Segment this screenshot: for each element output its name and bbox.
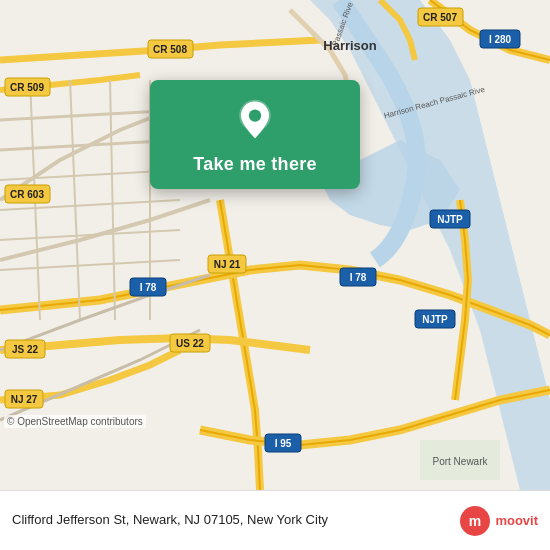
osm-credit: © OpenStreetMap contributors: [4, 415, 146, 428]
svg-point-47: [249, 109, 261, 121]
bottom-bar: Clifford Jefferson St, Newark, NJ 07105,…: [0, 490, 550, 550]
svg-text:CR 507: CR 507: [423, 12, 457, 23]
svg-text:CR 603: CR 603: [10, 189, 44, 200]
svg-text:I 78: I 78: [350, 272, 367, 283]
take-me-there-button[interactable]: Take me there: [193, 154, 317, 175]
map-container: CR 508 CR 507 I 280 CR 509 CR 603 NJ 21 …: [0, 0, 550, 490]
svg-text:CR 509: CR 509: [10, 82, 44, 93]
svg-text:NJTP: NJTP: [437, 214, 463, 225]
location-pin-icon: [233, 98, 277, 142]
svg-text:NJ 21: NJ 21: [214, 259, 241, 270]
address-text: Clifford Jefferson St, Newark, NJ 07105,…: [12, 511, 459, 529]
svg-text:NJTP: NJTP: [422, 314, 448, 325]
svg-text:US 22: US 22: [176, 338, 204, 349]
moovit-logo: m moovit: [459, 505, 538, 537]
svg-text:Port Newark: Port Newark: [432, 456, 488, 467]
svg-text:I 78: I 78: [140, 282, 157, 293]
moovit-icon: m: [459, 505, 491, 537]
svg-text:NJ 27: NJ 27: [11, 394, 38, 405]
svg-text:I 280: I 280: [489, 34, 512, 45]
svg-text:I 95: I 95: [275, 438, 292, 449]
svg-text:m: m: [469, 513, 481, 529]
navigate-card: Take me there: [150, 80, 360, 189]
svg-text:JS 22: JS 22: [12, 344, 39, 355]
svg-text:CR 508: CR 508: [153, 44, 187, 55]
moovit-label: moovit: [495, 513, 538, 528]
